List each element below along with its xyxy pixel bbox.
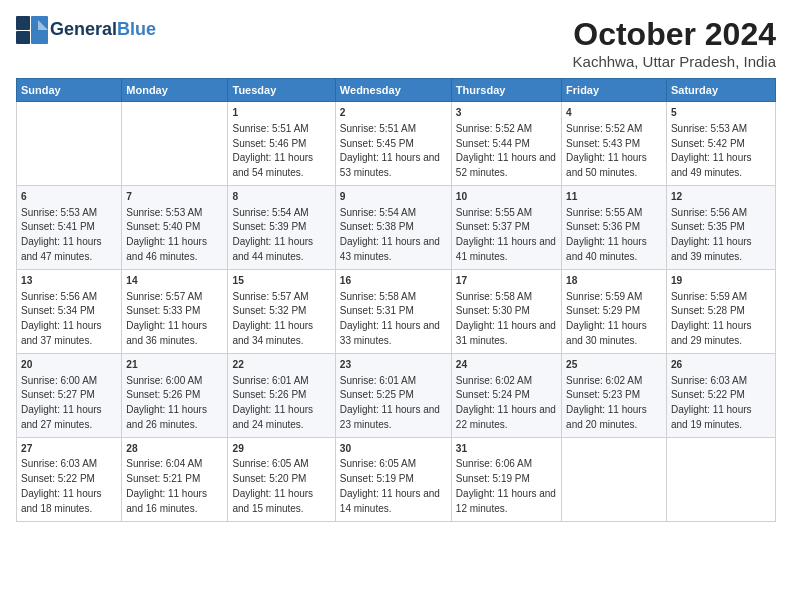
- day-info: Sunrise: 5:54 AM Sunset: 5:38 PM Dayligh…: [340, 207, 440, 262]
- day-info: Sunrise: 6:01 AM Sunset: 5:26 PM Dayligh…: [232, 375, 313, 430]
- svg-rect-1: [16, 31, 30, 44]
- page-title: October 2024: [573, 16, 776, 53]
- calendar-cell: 3Sunrise: 5:52 AM Sunset: 5:44 PM Daylig…: [451, 102, 561, 186]
- calendar-cell: 21Sunrise: 6:00 AM Sunset: 5:26 PM Dayli…: [122, 353, 228, 437]
- calendar-cell: [562, 437, 667, 521]
- day-info: Sunrise: 6:00 AM Sunset: 5:26 PM Dayligh…: [126, 375, 207, 430]
- calendar-week-row: 20Sunrise: 6:00 AM Sunset: 5:27 PM Dayli…: [17, 353, 776, 437]
- calendar-week-row: 1Sunrise: 5:51 AM Sunset: 5:46 PM Daylig…: [17, 102, 776, 186]
- day-info: Sunrise: 6:05 AM Sunset: 5:20 PM Dayligh…: [232, 458, 313, 513]
- day-number: 23: [340, 358, 447, 373]
- calendar-cell: 19Sunrise: 5:59 AM Sunset: 5:28 PM Dayli…: [666, 269, 775, 353]
- day-number: 8: [232, 190, 330, 205]
- day-number: 13: [21, 274, 117, 289]
- day-info: Sunrise: 6:06 AM Sunset: 5:19 PM Dayligh…: [456, 458, 556, 513]
- day-number: 21: [126, 358, 223, 373]
- title-area: October 2024 Kachhwa, Uttar Pradesh, Ind…: [573, 16, 776, 70]
- logo-blue: Blue: [117, 19, 156, 39]
- calendar-cell: 31Sunrise: 6:06 AM Sunset: 5:19 PM Dayli…: [451, 437, 561, 521]
- calendar-cell: 29Sunrise: 6:05 AM Sunset: 5:20 PM Dayli…: [228, 437, 335, 521]
- day-info: Sunrise: 5:56 AM Sunset: 5:35 PM Dayligh…: [671, 207, 752, 262]
- day-info: Sunrise: 5:55 AM Sunset: 5:36 PM Dayligh…: [566, 207, 647, 262]
- day-info: Sunrise: 5:51 AM Sunset: 5:46 PM Dayligh…: [232, 123, 313, 178]
- day-info: Sunrise: 6:04 AM Sunset: 5:21 PM Dayligh…: [126, 458, 207, 513]
- day-number: 29: [232, 442, 330, 457]
- calendar-cell: 9Sunrise: 5:54 AM Sunset: 5:38 PM Daylig…: [335, 185, 451, 269]
- day-number: 4: [566, 106, 662, 121]
- day-info: Sunrise: 5:54 AM Sunset: 5:39 PM Dayligh…: [232, 207, 313, 262]
- logo: GeneralBlue: [16, 16, 156, 44]
- calendar-cell: 23Sunrise: 6:01 AM Sunset: 5:25 PM Dayli…: [335, 353, 451, 437]
- calendar-cell: 11Sunrise: 5:55 AM Sunset: 5:36 PM Dayli…: [562, 185, 667, 269]
- col-header-monday: Monday: [122, 79, 228, 102]
- day-info: Sunrise: 6:00 AM Sunset: 5:27 PM Dayligh…: [21, 375, 102, 430]
- day-info: Sunrise: 6:03 AM Sunset: 5:22 PM Dayligh…: [21, 458, 102, 513]
- day-number: 9: [340, 190, 447, 205]
- calendar-cell: 14Sunrise: 5:57 AM Sunset: 5:33 PM Dayli…: [122, 269, 228, 353]
- day-number: 11: [566, 190, 662, 205]
- day-number: 3: [456, 106, 557, 121]
- main-container: GeneralBlue October 2024 Kachhwa, Uttar …: [0, 0, 792, 530]
- day-info: Sunrise: 5:58 AM Sunset: 5:30 PM Dayligh…: [456, 291, 556, 346]
- col-header-tuesday: Tuesday: [228, 79, 335, 102]
- day-info: Sunrise: 6:02 AM Sunset: 5:23 PM Dayligh…: [566, 375, 647, 430]
- day-number: 30: [340, 442, 447, 457]
- day-info: Sunrise: 6:03 AM Sunset: 5:22 PM Dayligh…: [671, 375, 752, 430]
- day-number: 17: [456, 274, 557, 289]
- col-header-wednesday: Wednesday: [335, 79, 451, 102]
- calendar-cell: 4Sunrise: 5:52 AM Sunset: 5:43 PM Daylig…: [562, 102, 667, 186]
- day-number: 24: [456, 358, 557, 373]
- day-number: 20: [21, 358, 117, 373]
- day-info: Sunrise: 5:53 AM Sunset: 5:42 PM Dayligh…: [671, 123, 752, 178]
- col-header-friday: Friday: [562, 79, 667, 102]
- col-header-sunday: Sunday: [17, 79, 122, 102]
- day-number: 25: [566, 358, 662, 373]
- day-number: 5: [671, 106, 771, 121]
- calendar-week-row: 6Sunrise: 5:53 AM Sunset: 5:41 PM Daylig…: [17, 185, 776, 269]
- day-number: 26: [671, 358, 771, 373]
- calendar-cell: [17, 102, 122, 186]
- day-number: 2: [340, 106, 447, 121]
- day-info: Sunrise: 5:59 AM Sunset: 5:29 PM Dayligh…: [566, 291, 647, 346]
- day-info: Sunrise: 5:53 AM Sunset: 5:40 PM Dayligh…: [126, 207, 207, 262]
- logo-icon: [16, 16, 48, 44]
- calendar-cell: [666, 437, 775, 521]
- day-number: 28: [126, 442, 223, 457]
- calendar-header-row: SundayMondayTuesdayWednesdayThursdayFrid…: [17, 79, 776, 102]
- calendar-cell: 10Sunrise: 5:55 AM Sunset: 5:37 PM Dayli…: [451, 185, 561, 269]
- page-subtitle: Kachhwa, Uttar Pradesh, India: [573, 53, 776, 70]
- day-number: 31: [456, 442, 557, 457]
- calendar-cell: 16Sunrise: 5:58 AM Sunset: 5:31 PM Dayli…: [335, 269, 451, 353]
- day-info: Sunrise: 5:57 AM Sunset: 5:33 PM Dayligh…: [126, 291, 207, 346]
- calendar-cell: 17Sunrise: 5:58 AM Sunset: 5:30 PM Dayli…: [451, 269, 561, 353]
- day-number: 16: [340, 274, 447, 289]
- col-header-saturday: Saturday: [666, 79, 775, 102]
- svg-rect-0: [16, 16, 30, 30]
- day-info: Sunrise: 5:52 AM Sunset: 5:43 PM Dayligh…: [566, 123, 647, 178]
- day-number: 19: [671, 274, 771, 289]
- calendar-cell: 26Sunrise: 6:03 AM Sunset: 5:22 PM Dayli…: [666, 353, 775, 437]
- calendar-week-row: 13Sunrise: 5:56 AM Sunset: 5:34 PM Dayli…: [17, 269, 776, 353]
- day-number: 18: [566, 274, 662, 289]
- day-info: Sunrise: 5:59 AM Sunset: 5:28 PM Dayligh…: [671, 291, 752, 346]
- header: GeneralBlue October 2024 Kachhwa, Uttar …: [16, 16, 776, 70]
- day-info: Sunrise: 5:56 AM Sunset: 5:34 PM Dayligh…: [21, 291, 102, 346]
- calendar-cell: 1Sunrise: 5:51 AM Sunset: 5:46 PM Daylig…: [228, 102, 335, 186]
- day-number: 12: [671, 190, 771, 205]
- calendar-cell: 20Sunrise: 6:00 AM Sunset: 5:27 PM Dayli…: [17, 353, 122, 437]
- day-number: 10: [456, 190, 557, 205]
- day-info: Sunrise: 6:02 AM Sunset: 5:24 PM Dayligh…: [456, 375, 556, 430]
- day-number: 15: [232, 274, 330, 289]
- calendar-cell: 15Sunrise: 5:57 AM Sunset: 5:32 PM Dayli…: [228, 269, 335, 353]
- day-number: 7: [126, 190, 223, 205]
- day-info: Sunrise: 5:53 AM Sunset: 5:41 PM Dayligh…: [21, 207, 102, 262]
- logo-general: General: [50, 19, 117, 39]
- calendar-cell: 28Sunrise: 6:04 AM Sunset: 5:21 PM Dayli…: [122, 437, 228, 521]
- calendar-cell: 27Sunrise: 6:03 AM Sunset: 5:22 PM Dayli…: [17, 437, 122, 521]
- day-info: Sunrise: 5:58 AM Sunset: 5:31 PM Dayligh…: [340, 291, 440, 346]
- calendar-cell: 5Sunrise: 5:53 AM Sunset: 5:42 PM Daylig…: [666, 102, 775, 186]
- day-info: Sunrise: 5:55 AM Sunset: 5:37 PM Dayligh…: [456, 207, 556, 262]
- calendar-week-row: 27Sunrise: 6:03 AM Sunset: 5:22 PM Dayli…: [17, 437, 776, 521]
- calendar-cell: 13Sunrise: 5:56 AM Sunset: 5:34 PM Dayli…: [17, 269, 122, 353]
- calendar-cell: 24Sunrise: 6:02 AM Sunset: 5:24 PM Dayli…: [451, 353, 561, 437]
